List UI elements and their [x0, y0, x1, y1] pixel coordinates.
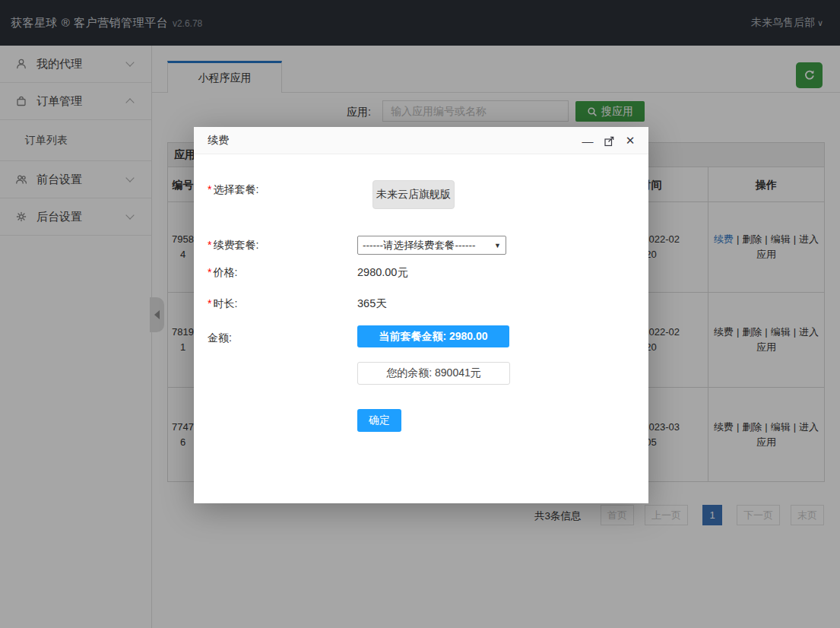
minimize-icon[interactable]: —	[582, 135, 594, 147]
modal-titlebar: 续费	[194, 127, 648, 154]
amount-label-text: 金额:	[208, 331, 232, 344]
renew-package-select[interactable]: ------请选择续费套餐------ ▼	[357, 236, 506, 255]
required-mark: *	[208, 183, 211, 195]
close-icon[interactable]: ✕	[624, 135, 636, 147]
duration-label-text: 时长:	[213, 297, 237, 309]
duration-label: *时长:	[208, 297, 237, 311]
renewal-admin-page: 获客星球 ® 客户营销管理平台v2.6.78 未来鸟售后部∨ 我的代理 订单管理…	[0, 0, 840, 628]
price-value: 2980.00元	[357, 265, 408, 280]
duration-value: 365天	[357, 297, 387, 311]
price-label-text: 价格:	[213, 266, 237, 278]
price-label: *价格:	[208, 266, 237, 280]
select-value: ------请选择续费套餐------	[363, 239, 475, 252]
caret-down-icon: ▼	[494, 242, 501, 249]
renew-package-label-text: 续费套餐:	[213, 239, 258, 251]
amount-label: 金额:	[208, 331, 232, 345]
required-mark: *	[208, 297, 211, 309]
renew-package-label: *续费套餐:	[208, 239, 258, 252]
renewal-modal: 续费 — ✕ *选择套餐: 未来云店旗舰版 *续费套餐: ------请选择续费…	[194, 127, 648, 503]
current-package-amount-button[interactable]: 当前套餐金额: 2980.00	[357, 325, 509, 347]
maximize-icon[interactable]	[603, 135, 615, 147]
balance-display: 您的余额: 890041元	[357, 362, 510, 385]
required-mark: *	[208, 239, 211, 251]
modal-window-controls: — ✕	[582, 127, 636, 154]
current-package-button[interactable]: 未来云店旗舰版	[372, 180, 455, 209]
confirm-button[interactable]: 确定	[357, 409, 401, 432]
required-mark: *	[208, 266, 211, 278]
package-label: *选择套餐:	[208, 183, 258, 197]
package-label-text: 选择套餐:	[213, 183, 258, 195]
modal-title: 续费	[208, 134, 229, 147]
